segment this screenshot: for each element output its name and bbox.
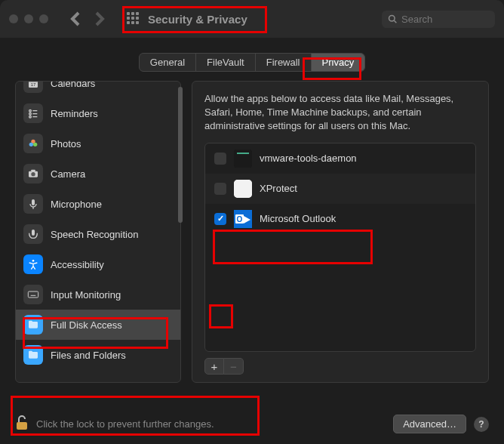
sidebar-item-label: Accessibility <box>51 259 104 270</box>
tab-filevault[interactable]: FileVault <box>196 54 256 71</box>
svg-point-19 <box>32 260 35 262</box>
sidebar-item-accessibility[interactable]: Accessibility <box>16 249 180 279</box>
microphone-icon <box>23 194 43 214</box>
sidebar-item-photos[interactable]: Photos <box>16 128 180 159</box>
photos-icon <box>23 134 43 153</box>
svg-rect-27 <box>237 153 249 154</box>
list-buttons: + − <box>204 358 476 375</box>
accessibility-icon <box>23 254 43 274</box>
advanced-button[interactable]: Advanced… <box>393 415 466 433</box>
back-button[interactable] <box>66 10 85 28</box>
svg-point-8 <box>29 116 32 118</box>
app-checkbox[interactable] <box>214 153 226 165</box>
app-icon <box>234 180 252 198</box>
sidebar-item-full-disk-access[interactable]: Full Disk Access <box>16 310 180 340</box>
svg-point-14 <box>31 172 35 176</box>
traffic-lights <box>9 14 48 23</box>
sidebar-item-label: Speech Recognition <box>51 229 138 240</box>
close-window-button[interactable] <box>9 14 18 23</box>
add-app-button[interactable]: + <box>204 358 224 375</box>
camera-icon <box>23 164 43 183</box>
sidebar-item-calendars[interactable]: 17Calendars <box>16 81 180 98</box>
window-title: Security & Privacy <box>148 13 247 26</box>
forward-button[interactable] <box>91 10 109 28</box>
sidebar-item-input-monitoring[interactable]: Input Monitoring <box>16 279 180 310</box>
sidebar-item-label: Full Disk Access <box>51 319 122 331</box>
tabs-row: GeneralFileVaultFirewallPrivacy <box>0 38 504 81</box>
sidebar-item-label: Reminders <box>51 108 98 119</box>
svg-rect-18 <box>32 230 35 236</box>
app-icon <box>234 150 252 168</box>
sidebar-item-label: Photos <box>51 138 81 150</box>
svg-point-4 <box>29 109 32 112</box>
sidebar-item-label: Camera <box>51 168 85 180</box>
search-field[interactable] <box>382 11 495 28</box>
sidebar-item-label: Microphone <box>51 199 102 210</box>
sidebar-item-reminders[interactable]: Reminders <box>16 98 180 128</box>
svg-point-11 <box>29 143 33 146</box>
sidebar-scrollbar[interactable] <box>178 87 183 223</box>
tab-firewall[interactable]: Firewall <box>256 54 312 71</box>
lock-icon[interactable] <box>15 415 29 433</box>
app-name-label: XProtect <box>260 183 297 194</box>
footer: Click the lock to prevent further change… <box>0 404 504 444</box>
privacy-sidebar: 17CalendarsRemindersPhotosCameraMicropho… <box>15 81 181 383</box>
keyboard-icon <box>23 285 43 304</box>
calendar-icon: 17 <box>23 81 43 93</box>
tab-privacy[interactable]: Privacy <box>312 54 365 71</box>
zoom-window-button[interactable] <box>39 14 48 23</box>
search-input[interactable] <box>401 14 489 25</box>
svg-rect-20 <box>28 291 38 298</box>
speech-icon <box>23 224 43 244</box>
svg-rect-15 <box>31 170 35 172</box>
app-icon: O <box>234 210 252 228</box>
app-name-label: vmware-tools-daemon <box>260 153 357 164</box>
sidebar-item-label: Calendars <box>51 81 95 89</box>
app-list: vmware-tools-daemonXProtectOMicrosoft Ou… <box>204 143 476 352</box>
app-name-label: Microsoft Outlook <box>260 213 336 224</box>
remove-app-button[interactable]: − <box>224 358 244 375</box>
tabs: GeneralFileVaultFirewallPrivacy <box>139 53 365 72</box>
sidebar-item-label: Files and Folders <box>51 350 126 361</box>
svg-rect-16 <box>32 199 35 205</box>
sidebar-item-speech-recognition[interactable]: Speech Recognition <box>16 219 180 249</box>
tab-general[interactable]: General <box>140 54 196 71</box>
folder-icon <box>23 315 43 335</box>
svg-point-0 <box>389 15 395 21</box>
app-row[interactable]: OMicrosoft Outlook <box>205 204 475 234</box>
sidebar-item-label: Input Monitoring <box>51 289 121 301</box>
toolbar: Security & Privacy <box>0 0 504 38</box>
svg-point-6 <box>29 113 32 115</box>
svg-rect-26 <box>234 150 252 168</box>
minimize-window-button[interactable] <box>24 14 33 23</box>
svg-text:O: O <box>237 215 243 224</box>
app-checkbox[interactable] <box>214 213 226 225</box>
svg-point-12 <box>33 143 37 146</box>
folder-icon <box>23 345 43 365</box>
sidebar-item-files-and-folders[interactable]: Files and Folders <box>16 340 180 370</box>
content-pane: Allow the apps below to access data like… <box>192 81 489 383</box>
reminders-icon <box>23 103 43 123</box>
all-prefs-icon[interactable] <box>127 12 140 26</box>
content-description: Allow the apps below to access data like… <box>204 92 476 134</box>
app-row[interactable]: XProtect <box>205 174 475 204</box>
app-checkbox[interactable] <box>214 183 226 195</box>
sidebar-item-camera[interactable]: Camera <box>16 159 180 189</box>
sidebar-item-microphone[interactable]: Microphone <box>16 189 180 219</box>
svg-text:17: 17 <box>31 82 36 87</box>
help-button[interactable]: ? <box>474 417 489 432</box>
svg-rect-32 <box>17 422 27 430</box>
search-icon <box>388 14 397 24</box>
main-area: 17CalendarsRemindersPhotosCameraMicropho… <box>0 81 504 383</box>
app-row[interactable]: vmware-tools-daemon <box>205 143 475 174</box>
svg-rect-28 <box>234 180 252 198</box>
lock-text: Click the lock to prevent further change… <box>36 418 214 430</box>
